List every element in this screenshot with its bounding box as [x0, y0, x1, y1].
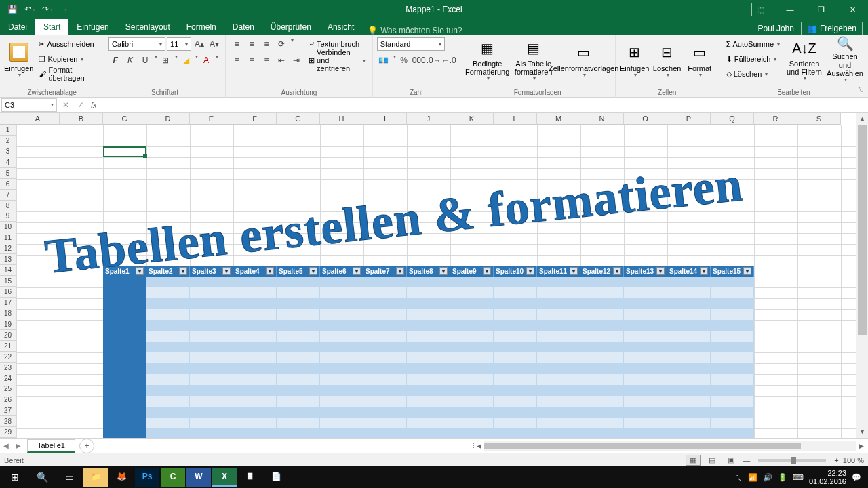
- system-tray[interactable]: ㄟ 📶 🔊 🔋 ⌨ 22:23 01.02.2016 💬: [735, 469, 867, 485]
- table-cell[interactable]: [103, 407, 146, 418]
- table-cell[interactable]: [363, 342, 407, 352]
- row-header[interactable]: 17: [0, 298, 16, 308]
- table-cell[interactable]: [146, 374, 190, 385]
- row-header[interactable]: 19: [0, 319, 16, 330]
- table-cell[interactable]: [363, 331, 407, 342]
- filter-dropdown-icon[interactable]: ▾: [526, 267, 534, 275]
- ribbon-options-icon[interactable]: ⬚: [751, 3, 770, 16]
- table-cell[interactable]: [103, 320, 146, 331]
- table-cell[interactable]: [146, 342, 190, 352]
- align-right-icon[interactable]: ≡: [260, 54, 273, 67]
- table-cell[interactable]: [407, 396, 450, 407]
- table-cell[interactable]: [363, 363, 407, 374]
- merge-center-button[interactable]: ⊞ Verbinden und zentrieren ▾: [306, 54, 368, 67]
- selected-cell[interactable]: [103, 146, 146, 157]
- row-header[interactable]: 24: [0, 373, 16, 384]
- table-cell[interactable]: [190, 309, 233, 320]
- font-size-combo[interactable]: 11▾: [167, 37, 191, 51]
- table-cell[interactable]: [711, 352, 754, 363]
- tab-insert[interactable]: Einfügen: [68, 19, 117, 35]
- table-cell[interactable]: [624, 396, 667, 407]
- column-header[interactable]: P: [667, 113, 711, 125]
- table-cell[interactable]: [494, 428, 537, 438]
- table-cell[interactable]: [537, 342, 580, 352]
- row-header[interactable]: 12: [0, 243, 16, 254]
- row-header[interactable]: 27: [0, 405, 16, 416]
- table-cell[interactable]: [580, 287, 624, 298]
- table-cell[interactable]: [277, 374, 320, 385]
- table-cell[interactable]: [233, 287, 277, 298]
- table-cell[interactable]: [580, 428, 624, 438]
- table-cell[interactable]: [450, 385, 494, 396]
- table-cell[interactable]: [277, 385, 320, 396]
- table-cell[interactable]: [450, 352, 494, 363]
- table-cell[interactable]: [363, 320, 407, 331]
- table-cell[interactable]: [624, 385, 667, 396]
- tab-layout[interactable]: Seitenlayout: [117, 19, 178, 35]
- table-cell[interactable]: [146, 352, 190, 363]
- table-cell[interactable]: [320, 407, 363, 418]
- table-cell[interactable]: [146, 287, 190, 298]
- row-header[interactable]: 11: [0, 232, 16, 243]
- table-cell[interactable]: [624, 407, 667, 418]
- table-cell[interactable]: [320, 363, 363, 374]
- close-button[interactable]: ✕: [837, 0, 868, 19]
- align-left-icon[interactable]: ≡: [230, 54, 243, 67]
- table-cell[interactable]: [277, 342, 320, 352]
- maximize-button[interactable]: ❐: [806, 0, 837, 19]
- delete-cells-button[interactable]: ⊟Löschen▾: [652, 37, 682, 82]
- table-cell[interactable]: [667, 287, 711, 298]
- row-header[interactable]: 4: [0, 157, 16, 168]
- table-cell[interactable]: [537, 298, 580, 309]
- table-cell[interactable]: [537, 385, 580, 396]
- table-cell[interactable]: [580, 342, 624, 352]
- filter-dropdown-icon[interactable]: ▾: [439, 267, 448, 275]
- table-column-header[interactable]: Spalte14▾: [667, 266, 711, 277]
- column-header[interactable]: C: [103, 113, 146, 125]
- table-column-header[interactable]: Spalte4▾: [233, 266, 277, 277]
- table-cell[interactable]: [624, 418, 667, 428]
- table-column-header[interactable]: Spalte13▾: [624, 266, 667, 277]
- align-bottom-icon[interactable]: ≡: [260, 37, 273, 51]
- table-cell[interactable]: [667, 428, 711, 438]
- table-cell[interactable]: [407, 309, 450, 320]
- filter-dropdown-icon[interactable]: ▾: [570, 267, 578, 275]
- italic-button[interactable]: K: [123, 54, 137, 67]
- row-header[interactable]: 2: [0, 136, 16, 146]
- tab-data[interactable]: Daten: [224, 19, 262, 35]
- table-cell[interactable]: [190, 374, 233, 385]
- table-cell[interactable]: [363, 309, 407, 320]
- table-cell[interactable]: [624, 342, 667, 352]
- zoom-in-button[interactable]: +: [834, 456, 838, 464]
- table-column-header[interactable]: Spalte12▾: [580, 266, 624, 277]
- align-middle-icon[interactable]: ≡: [245, 37, 258, 51]
- table-cell[interactable]: [190, 428, 233, 438]
- filter-dropdown-icon[interactable]: ▾: [136, 267, 144, 275]
- row-header[interactable]: 21: [0, 341, 16, 352]
- table-cell[interactable]: [494, 374, 537, 385]
- collapse-ribbon-icon[interactable]: ㄟ: [857, 85, 864, 94]
- table-cell[interactable]: [146, 385, 190, 396]
- table-cell[interactable]: [146, 331, 190, 342]
- table-cell[interactable]: [363, 374, 407, 385]
- formatted-table[interactable]: Spalte1▾Spalte2▾Spalte3▾Spalte4▾Spalte5▾…: [103, 266, 754, 438]
- column-header[interactable]: D: [146, 113, 190, 125]
- table-cell[interactable]: [450, 374, 494, 385]
- table-cell[interactable]: [450, 277, 494, 287]
- table-cell[interactable]: [450, 298, 494, 309]
- table-cell[interactable]: [190, 320, 233, 331]
- zoom-out-button[interactable]: —: [743, 456, 750, 464]
- table-cell[interactable]: [320, 418, 363, 428]
- table-cell[interactable]: [407, 277, 450, 287]
- table-cell[interactable]: [450, 396, 494, 407]
- table-cell[interactable]: [537, 407, 580, 418]
- table-cell[interactable]: [103, 374, 146, 385]
- table-cell[interactable]: [233, 320, 277, 331]
- number-format-combo[interactable]: Standard▾: [377, 37, 445, 51]
- table-cell[interactable]: [407, 407, 450, 418]
- row-header[interactable]: 7: [0, 190, 16, 201]
- table-cell[interactable]: [146, 428, 190, 438]
- table-cell[interactable]: [233, 385, 277, 396]
- table-cell[interactable]: [624, 298, 667, 309]
- table-cell[interactable]: [407, 298, 450, 309]
